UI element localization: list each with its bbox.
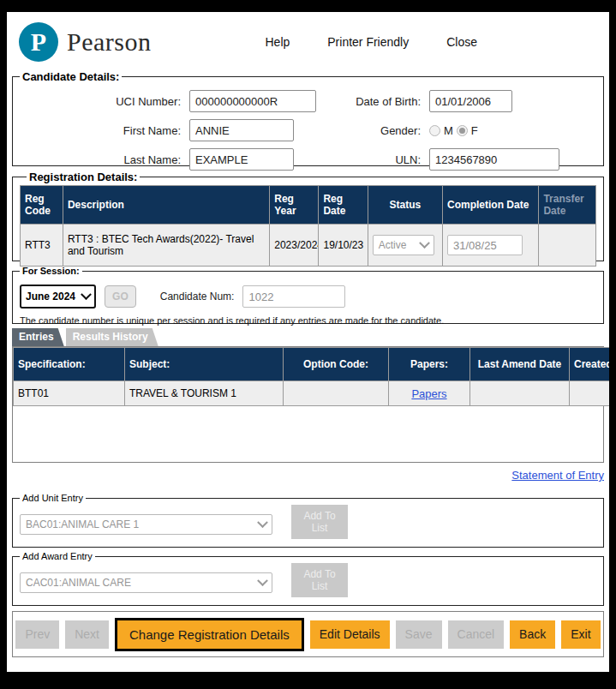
uln-input[interactable] <box>429 148 559 171</box>
registration-row: RTT3 RTT3 : BTEC Tech Awards(2022)- Trav… <box>21 225 596 267</box>
go-button[interactable]: GO <box>105 285 136 308</box>
add-unit-to-list-button[interactable]: Add To List <box>291 505 348 539</box>
uci-number-label: UCI Number: <box>20 95 181 108</box>
page: P Pearson Help Printer Friendly Close Ca… <box>7 12 609 672</box>
edit-details-button[interactable]: Edit Details <box>310 620 390 649</box>
col-reg-year: Reg Year <box>270 186 319 225</box>
award-entry-select[interactable]: CAC01:ANIMAL CARE <box>20 572 272 593</box>
next-button[interactable]: Next <box>65 620 109 649</box>
subject-cell: TRAVEL & TOURISM 1 <box>125 381 284 406</box>
option-code-cell <box>284 381 389 406</box>
col-description: Description <box>63 186 269 225</box>
col-last-amend-date: Last Amend Date <box>470 348 570 381</box>
date-of-birth-label: Date of Birth: <box>335 95 421 108</box>
date-of-birth-input[interactable] <box>429 90 512 112</box>
add-unit-entry-section: Add Unit Entry BAC01:ANIMAL CARE 1 Add T… <box>12 493 604 548</box>
first-name-label: First Name: <box>20 124 181 137</box>
gender-label: Gender: <box>335 124 421 137</box>
reg-date-cell: 19/10/23 <box>319 225 368 267</box>
last-name-label: Last Name: <box>20 153 181 166</box>
chevron-down-icon <box>419 237 430 249</box>
col-specification: Specification: <box>14 348 125 381</box>
col-reg-date: Reg Date <box>319 186 368 225</box>
col-papers: Papers: <box>389 348 470 381</box>
col-subject: Subject: <box>125 348 284 381</box>
change-registration-details-button[interactable]: Change Registration Details <box>115 618 304 651</box>
uci-number-input[interactable] <box>189 90 316 112</box>
header: P Pearson Help Printer Friendly Close <box>12 19 604 65</box>
col-reg-code: Reg Code <box>21 186 63 225</box>
registration-details-section: Registration Details: Reg Code Descripti… <box>12 171 604 261</box>
candidate-num-input[interactable] <box>242 285 345 308</box>
completion-date-input[interactable] <box>447 235 523 255</box>
session-select[interactable]: June 2024 <box>20 285 96 309</box>
gender-female-radio[interactable] <box>457 125 468 136</box>
registration-details-legend: Registration Details: <box>27 171 140 183</box>
status-select[interactable]: Active <box>373 235 434 255</box>
footer-button-bar: Prev Next Change Registration Details Ed… <box>12 611 604 657</box>
pearson-logo: P Pearson <box>19 22 151 62</box>
transfer-date-cell <box>539 225 596 267</box>
tab-results-history[interactable]: Results History <box>66 328 158 346</box>
add-award-to-list-button[interactable]: Add To List <box>291 563 348 597</box>
unit-entry-select[interactable]: BAC01:ANIMAL CARE 1 <box>20 514 272 535</box>
col-created-by: Created By <box>570 348 616 381</box>
printer-friendly-link[interactable]: Printer Friendly <box>327 35 409 49</box>
col-transfer-date: Transfer Date <box>539 186 596 225</box>
header-nav: Help Printer Friendly Close <box>265 35 477 49</box>
prev-button[interactable]: Prev <box>15 620 59 649</box>
session-note: The candidate number is unique per sessi… <box>20 315 596 326</box>
save-button[interactable]: Save <box>396 620 442 649</box>
statement-of-entry-row: Statement of Entry <box>12 463 604 488</box>
chevron-down-icon <box>257 517 268 528</box>
entry-row: BTT01 TRAVEL & TOURISM 1 Papers <box>14 381 616 406</box>
chevron-down-icon <box>257 575 268 586</box>
pearson-logo-icon: P <box>19 22 58 62</box>
last-amend-date-cell <box>470 381 570 406</box>
registration-table: Reg Code Description Reg Year Reg Date S… <box>20 185 596 267</box>
col-completion-date: Completion Date <box>443 186 539 225</box>
reg-code-cell: RTT3 <box>21 225 63 267</box>
gender-male-radio[interactable] <box>429 125 440 136</box>
specification-cell: BTT01 <box>14 381 125 406</box>
gender-radio-group: M F <box>429 124 596 137</box>
uln-label: ULN: <box>335 153 421 166</box>
cancel-button[interactable]: Cancel <box>448 620 505 649</box>
candidate-num-label: Candidate Num: <box>160 291 235 303</box>
entries-table: Specification: Subject: Option Code: Pap… <box>13 347 616 406</box>
for-session-section: For Session: June 2024 GO Candidate Num:… <box>12 266 604 324</box>
col-option-code: Option Code: <box>284 348 389 381</box>
entries-panel: Specification: Subject: Option Code: Pap… <box>12 346 604 463</box>
reg-year-cell: 2023/2024 <box>270 225 319 267</box>
candidate-details-section: Candidate Details: UCI Number: Date of B… <box>12 70 604 166</box>
statement-of-entry-link[interactable]: Statement of Entry <box>511 469 604 482</box>
brand-name: Pearson <box>67 27 151 57</box>
papers-link[interactable]: Papers <box>411 387 446 400</box>
tab-bar: Entries Results History <box>12 328 604 346</box>
created-by-cell <box>570 381 616 406</box>
chevron-down-icon <box>81 289 92 300</box>
description-cell: RTT3 : BTEC Tech Awards(2022)- Travel an… <box>63 225 269 267</box>
add-award-entry-section: Add Award Entry CAC01:ANIMAL CARE Add To… <box>12 551 604 606</box>
back-button[interactable]: Back <box>510 620 555 649</box>
window-frame: P Pearson Help Printer Friendly Close Ca… <box>0 0 616 689</box>
help-link[interactable]: Help <box>265 35 290 49</box>
close-link[interactable]: Close <box>446 35 477 49</box>
for-session-legend: For Session: <box>20 266 82 276</box>
add-unit-entry-legend: Add Unit Entry <box>20 493 86 503</box>
gender-female-label: F <box>471 124 478 137</box>
exit-button[interactable]: Exit <box>561 620 600 649</box>
add-award-entry-legend: Add Award Entry <box>20 551 95 561</box>
gender-male-label: M <box>444 124 453 137</box>
last-name-input[interactable] <box>189 148 294 171</box>
candidate-details-legend: Candidate Details: <box>20 70 122 83</box>
col-status: Status <box>368 186 442 225</box>
first-name-input[interactable] <box>189 119 294 141</box>
tab-entries[interactable]: Entries <box>12 328 64 346</box>
